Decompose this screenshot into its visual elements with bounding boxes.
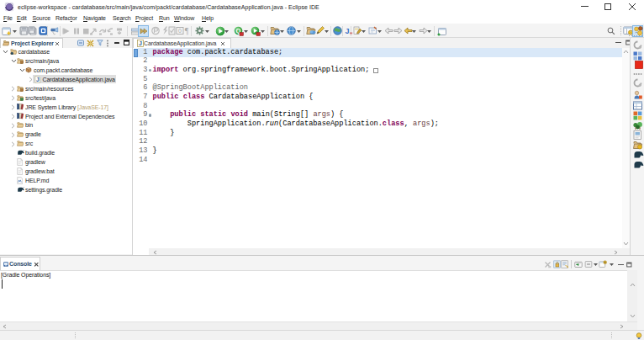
svg-text:J: J — [36, 77, 40, 82]
svg-text:¶: ¶ — [184, 26, 188, 35]
svg-text:0: 0 — [178, 28, 182, 34]
svg-text:J: J — [345, 27, 349, 35]
svg-text:J: J — [139, 40, 142, 46]
